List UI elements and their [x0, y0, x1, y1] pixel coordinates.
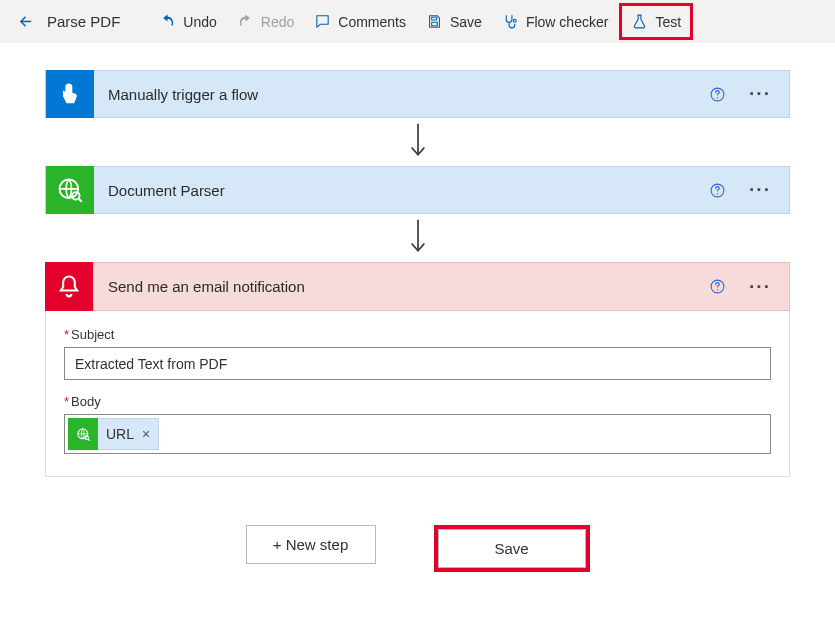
subject-label: *Subject — [64, 327, 771, 342]
test-label: Test — [655, 14, 681, 30]
parser-icon — [46, 166, 94, 214]
dynamic-token-url[interactable]: URL × — [68, 418, 159, 450]
step-email-title: Send me an email notification — [108, 278, 695, 295]
svg-line-10 — [88, 439, 90, 441]
token-remove[interactable]: × — [138, 426, 158, 442]
subject-input[interactable]: Extracted Text from PDF — [64, 347, 771, 380]
connector-arrow — [407, 214, 429, 262]
required-mark: * — [64, 327, 69, 342]
subject-label-text: Subject — [71, 327, 114, 342]
step-email-body: *Subject Extracted Text from PDF *Body U… — [45, 311, 790, 477]
comments-button[interactable]: Comments — [305, 6, 415, 37]
save-button-highlight: Save — [434, 525, 590, 572]
comment-icon — [314, 13, 331, 30]
more-button[interactable]: ··· — [745, 276, 775, 298]
undo-button[interactable]: Undo — [150, 6, 225, 37]
undo-icon — [159, 13, 176, 30]
email-icon — [45, 262, 93, 311]
step-trigger[interactable]: Manually trigger a flow ··· — [45, 70, 790, 118]
save-button[interactable]: Save — [438, 529, 586, 568]
globe-search-icon — [56, 176, 84, 204]
more-button[interactable]: ··· — [745, 179, 775, 201]
token-label: URL — [106, 426, 138, 442]
globe-search-icon — [75, 426, 92, 443]
save-button-toolbar[interactable]: Save — [417, 6, 491, 37]
stethoscope-icon — [502, 13, 519, 30]
comments-label: Comments — [338, 14, 406, 30]
flow-checker-label: Flow checker — [526, 14, 608, 30]
svg-line-4 — [79, 199, 82, 202]
help-button[interactable] — [707, 84, 727, 104]
help-icon — [709, 278, 726, 295]
step-trigger-title: Manually trigger a flow — [108, 86, 695, 103]
test-button-highlight: Test — [619, 3, 693, 40]
more-button[interactable]: ··· — [745, 83, 775, 105]
arrow-left-icon — [17, 13, 34, 30]
connector-arrow — [407, 118, 429, 166]
toolbar: Parse PDF Undo Redo Comments Save Flow c… — [0, 0, 835, 43]
redo-label: Redo — [261, 14, 294, 30]
body-input[interactable]: URL × — [64, 414, 771, 454]
new-step-label: + New step — [273, 536, 348, 553]
save-icon — [426, 13, 443, 30]
page-title: Parse PDF — [43, 6, 148, 37]
help-icon — [709, 182, 726, 199]
flask-icon — [631, 13, 648, 30]
save-toolbar-label: Save — [450, 14, 482, 30]
help-icon — [709, 86, 726, 103]
test-button[interactable]: Test — [622, 6, 690, 37]
new-step-button[interactable]: + New step — [246, 525, 376, 564]
touch-icon — [56, 80, 84, 108]
subject-value: Extracted Text from PDF — [75, 356, 227, 372]
flow-checker-button[interactable]: Flow checker — [493, 6, 617, 37]
token-source-icon — [68, 418, 98, 450]
bell-icon — [55, 273, 83, 301]
body-label-text: Body — [71, 394, 101, 409]
back-button[interactable] — [10, 6, 41, 37]
step-email[interactable]: Send me an email notification ··· — [45, 262, 790, 311]
help-button[interactable] — [707, 277, 727, 297]
arrow-down-icon — [407, 218, 429, 258]
flow-canvas: Manually trigger a flow ··· Document Par… — [0, 43, 835, 592]
save-label: Save — [494, 540, 528, 557]
redo-icon — [237, 13, 254, 30]
required-mark: * — [64, 394, 69, 409]
arrow-down-icon — [407, 122, 429, 162]
bottom-actions: + New step Save — [246, 525, 590, 572]
help-button[interactable] — [707, 180, 727, 200]
redo-button: Redo — [228, 6, 303, 37]
undo-label: Undo — [183, 14, 216, 30]
body-label: *Body — [64, 394, 771, 409]
step-parser-title: Document Parser — [108, 182, 695, 199]
step-parser[interactable]: Document Parser ··· — [45, 166, 790, 214]
trigger-icon — [46, 70, 94, 118]
